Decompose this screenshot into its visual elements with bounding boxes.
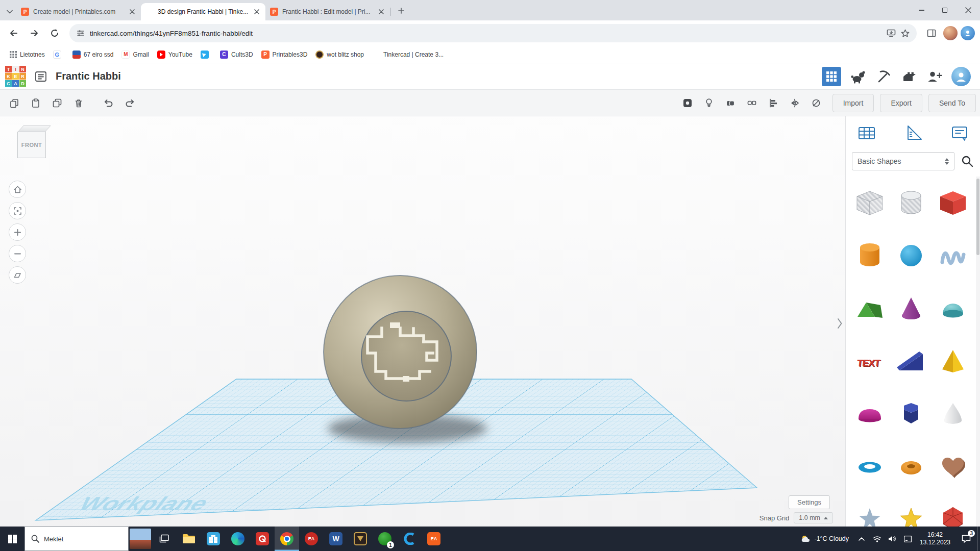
hide-visibility-button[interactable] bbox=[806, 93, 826, 113]
shape-roof[interactable] bbox=[850, 284, 890, 332]
shape-torus[interactable] bbox=[891, 442, 931, 490]
bookmark-tinkercad[interactable]: Tinkercad | Create 3... bbox=[369, 49, 447, 60]
shape-icosahedron[interactable] bbox=[933, 494, 973, 527]
show-desktop-strip[interactable] bbox=[977, 527, 980, 551]
bookmark-youtube[interactable]: YouTube bbox=[154, 49, 196, 60]
inspector-button[interactable] bbox=[677, 93, 698, 113]
shape-sphere[interactable] bbox=[891, 232, 931, 280]
taskbar-search-input[interactable]: Meklēt bbox=[24, 527, 129, 551]
browser-profile-avatar[interactable] bbox=[943, 26, 958, 40]
install-app-icon[interactable] bbox=[887, 29, 896, 37]
undo-button[interactable] bbox=[98, 93, 118, 113]
tab-close-icon[interactable] bbox=[128, 8, 136, 16]
bookmark-telegram[interactable] bbox=[197, 49, 215, 60]
acrobat-icon[interactable] bbox=[250, 527, 275, 551]
scrollbar-thumb[interactable] bbox=[976, 179, 979, 255]
shape-cone[interactable] bbox=[891, 284, 931, 332]
weather-status[interactable]: -1°C Cloudy bbox=[796, 535, 854, 542]
workplane-tool-icon[interactable] bbox=[857, 123, 876, 142]
shape-text[interactable] bbox=[850, 337, 890, 385]
bookmark-printables[interactable]: P Printables3D bbox=[258, 49, 311, 60]
news-weather-tile[interactable] bbox=[129, 527, 152, 551]
view-cube[interactable]: FRONT bbox=[17, 126, 50, 161]
shape-scribble[interactable] bbox=[933, 232, 973, 280]
fit-view-button[interactable] bbox=[9, 202, 26, 219]
group-button[interactable] bbox=[720, 93, 741, 113]
site-settings-icon[interactable] bbox=[77, 29, 85, 37]
tab-search-button[interactable] bbox=[3, 3, 16, 20]
shape-torus-thin[interactable] bbox=[850, 442, 890, 490]
bookmark-google[interactable]: G bbox=[50, 49, 68, 60]
url-bar[interactable]: tinkercad.com/things/41ynFF8m851-frantic… bbox=[69, 24, 917, 42]
task-view-button[interactable] bbox=[152, 527, 177, 551]
minimize-button[interactable] bbox=[910, 0, 933, 20]
chrome-icon-active[interactable] bbox=[275, 527, 299, 551]
design-menu-button[interactable] bbox=[32, 68, 50, 85]
shape-cylinder[interactable] bbox=[850, 232, 890, 280]
edge-icon[interactable] bbox=[226, 527, 250, 551]
duplicate-button[interactable] bbox=[47, 93, 67, 113]
zoom-in-button[interactable] bbox=[9, 223, 26, 241]
ea-app-icon[interactable]: EA bbox=[299, 527, 324, 551]
shape-category-select[interactable]: Basic Shapes bbox=[852, 152, 954, 170]
new-tab-button[interactable] bbox=[394, 4, 408, 18]
shape-polygon[interactable] bbox=[891, 389, 931, 437]
xbox-icon[interactable]: 1 bbox=[373, 527, 397, 551]
browser-tab-1[interactable]: P Create model | Printables.com bbox=[16, 3, 141, 20]
shape-star[interactable] bbox=[891, 494, 931, 527]
home-view-button[interactable] bbox=[9, 181, 26, 198]
shape-cylinder-hole[interactable] bbox=[891, 179, 931, 227]
ungroup-button[interactable] bbox=[742, 93, 762, 113]
blue-app-icon[interactable] bbox=[397, 527, 422, 551]
shape-star-soft[interactable] bbox=[850, 494, 890, 527]
import-button[interactable]: Import bbox=[832, 94, 874, 112]
volume-icon[interactable] bbox=[885, 527, 900, 551]
send-to-button[interactable]: Send To bbox=[928, 94, 976, 112]
viewport[interactable]: Workplane FRONT bbox=[0, 116, 845, 527]
shape-round-roof[interactable] bbox=[850, 389, 890, 437]
paste-button[interactable] bbox=[26, 93, 46, 113]
settings-button[interactable]: Settings bbox=[789, 495, 830, 509]
reload-button[interactable] bbox=[46, 24, 63, 42]
tab-close-icon[interactable] bbox=[377, 8, 385, 16]
wot-blitz-icon[interactable] bbox=[348, 527, 373, 551]
panel-scrollbar[interactable] bbox=[976, 177, 980, 527]
bookmark-wot-blitz[interactable]: wot blitz shop bbox=[312, 49, 368, 60]
perspective-toggle-button[interactable] bbox=[9, 266, 26, 284]
shape-paraboloid[interactable] bbox=[933, 389, 973, 437]
wifi-icon[interactable] bbox=[869, 527, 885, 551]
select-spinner-icon[interactable] bbox=[945, 158, 949, 165]
redo-button[interactable] bbox=[119, 93, 140, 113]
browser-tab-2-active[interactable]: 3D design Frantic Habbi | Tinke... bbox=[141, 3, 265, 20]
copy-button[interactable] bbox=[4, 93, 24, 113]
forward-button[interactable] bbox=[26, 24, 43, 42]
align-button[interactable] bbox=[763, 93, 783, 113]
language-icon[interactable] bbox=[900, 527, 915, 551]
zoom-out-button[interactable] bbox=[9, 245, 26, 262]
panel-collapse-handle[interactable] bbox=[835, 312, 844, 335]
shape-box-hole[interactable] bbox=[850, 179, 890, 227]
user-avatar[interactable] bbox=[951, 67, 971, 86]
shape-search-button[interactable] bbox=[961, 155, 974, 168]
bookmark-cults3d[interactable]: C Cults3D bbox=[216, 49, 257, 60]
ruler-tool-icon[interactable] bbox=[904, 123, 923, 142]
sphere-object[interactable] bbox=[324, 276, 477, 429]
hidden-icons-chevron[interactable] bbox=[854, 527, 869, 551]
chrome-menu-avatar[interactable] bbox=[961, 26, 975, 40]
ea-orange-icon[interactable]: EA bbox=[422, 527, 446, 551]
bookmark-gmail[interactable]: M Gmail bbox=[118, 49, 152, 60]
export-button[interactable]: Export bbox=[880, 94, 922, 112]
side-panel-button[interactable] bbox=[923, 24, 940, 42]
bookmark-ssd[interactable]: 67 eiro ssd bbox=[69, 49, 117, 60]
mirror-button[interactable] bbox=[785, 93, 805, 113]
bookmark-apps[interactable]: Lietotnes bbox=[6, 49, 48, 60]
word-icon[interactable]: W bbox=[324, 527, 348, 551]
file-explorer-icon[interactable] bbox=[177, 527, 201, 551]
invite-person-icon[interactable] bbox=[926, 68, 943, 85]
shape-half-sphere[interactable] bbox=[933, 284, 973, 332]
simlab-dog-icon[interactable] bbox=[849, 68, 867, 85]
shape-pyramid[interactable] bbox=[933, 337, 973, 385]
back-button[interactable] bbox=[5, 24, 22, 42]
lego-brick-icon[interactable] bbox=[900, 68, 918, 85]
bookmark-star-icon[interactable] bbox=[901, 29, 910, 38]
